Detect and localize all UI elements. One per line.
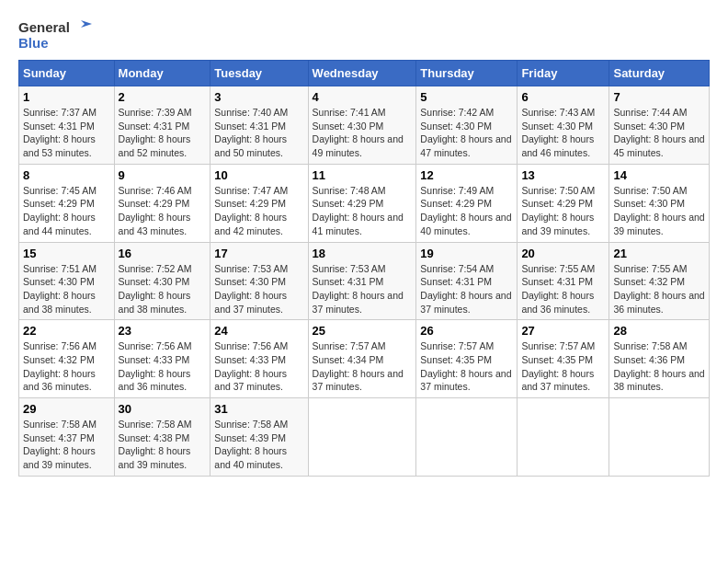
col-header-wednesday: Wednesday xyxy=(308,61,416,86)
day-number: 20 xyxy=(521,247,605,260)
calendar-cell: 8 Sunrise: 7:45 AM Sunset: 4:29 PM Dayli… xyxy=(19,164,115,242)
day-info: Sunrise: 7:53 AM Sunset: 4:30 PM Dayligh… xyxy=(214,262,303,316)
day-info: Sunrise: 7:58 AM Sunset: 4:36 PM Dayligh… xyxy=(613,339,705,394)
day-info: Sunrise: 7:45 AM Sunset: 4:29 PM Dayligh… xyxy=(23,184,110,238)
calendar-cell: 10 Sunrise: 7:47 AM Sunset: 4:29 PM Dayl… xyxy=(210,164,308,242)
calendar-cell: 21 Sunrise: 7:55 AM Sunset: 4:32 PM Dayl… xyxy=(609,242,710,320)
calendar-cell: 29 Sunrise: 7:58 AM Sunset: 4:37 PM Dayl… xyxy=(19,398,115,477)
day-number: 21 xyxy=(613,247,705,260)
col-header-monday: Monday xyxy=(114,61,210,86)
day-info: Sunrise: 7:55 AM Sunset: 4:32 PM Dayligh… xyxy=(613,262,705,316)
day-info: Sunrise: 7:55 AM Sunset: 4:31 PM Dayligh… xyxy=(521,262,605,316)
day-number: 2 xyxy=(119,90,207,104)
day-number: 14 xyxy=(613,168,705,182)
calendar-cell: 25 Sunrise: 7:57 AM Sunset: 4:34 PM Dayl… xyxy=(308,320,416,398)
day-number: 16 xyxy=(119,247,207,260)
day-number: 17 xyxy=(214,247,303,260)
day-info: Sunrise: 7:51 AM Sunset: 4:30 PM Dayligh… xyxy=(23,262,110,316)
day-info: Sunrise: 7:56 AM Sunset: 4:33 PM Dayligh… xyxy=(214,339,303,394)
calendar-cell xyxy=(308,398,416,477)
calendar-week-3: 15 Sunrise: 7:51 AM Sunset: 4:30 PM Dayl… xyxy=(19,242,710,320)
day-number: 30 xyxy=(119,402,207,416)
day-number: 22 xyxy=(23,324,110,338)
col-header-sunday: Sunday xyxy=(19,61,115,86)
calendar-cell: 9 Sunrise: 7:46 AM Sunset: 4:29 PM Dayli… xyxy=(114,164,210,242)
page-header: General Blue xyxy=(18,18,710,51)
calendar-week-2: 8 Sunrise: 7:45 AM Sunset: 4:29 PM Dayli… xyxy=(19,164,710,242)
day-info: Sunrise: 7:56 AM Sunset: 4:32 PM Dayligh… xyxy=(23,339,110,394)
day-info: Sunrise: 7:58 AM Sunset: 4:39 PM Dayligh… xyxy=(214,418,303,472)
day-number: 27 xyxy=(521,324,605,338)
calendar-cell: 20 Sunrise: 7:55 AM Sunset: 4:31 PM Dayl… xyxy=(518,242,609,320)
day-info: Sunrise: 7:44 AM Sunset: 4:30 PM Dayligh… xyxy=(613,106,705,160)
col-header-saturday: Saturday xyxy=(609,61,710,86)
calendar-cell: 3 Sunrise: 7:40 AM Sunset: 4:31 PM Dayli… xyxy=(210,86,308,165)
calendar-cell: 26 Sunrise: 7:57 AM Sunset: 4:35 PM Dayl… xyxy=(416,320,518,398)
day-number: 6 xyxy=(521,90,605,104)
day-info: Sunrise: 7:57 AM Sunset: 4:35 PM Dayligh… xyxy=(420,339,513,394)
day-number: 26 xyxy=(420,324,513,338)
calendar-cell: 17 Sunrise: 7:53 AM Sunset: 4:30 PM Dayl… xyxy=(210,242,308,320)
day-number: 25 xyxy=(313,324,413,338)
day-number: 7 xyxy=(613,90,705,104)
calendar-week-5: 29 Sunrise: 7:58 AM Sunset: 4:37 PM Dayl… xyxy=(19,398,710,477)
calendar-cell: 18 Sunrise: 7:53 AM Sunset: 4:31 PM Dayl… xyxy=(308,242,416,320)
day-info: Sunrise: 7:57 AM Sunset: 4:34 PM Dayligh… xyxy=(313,339,413,394)
calendar-cell: 16 Sunrise: 7:52 AM Sunset: 4:30 PM Dayl… xyxy=(114,242,210,320)
day-info: Sunrise: 7:58 AM Sunset: 4:37 PM Dayligh… xyxy=(23,418,110,472)
day-info: Sunrise: 7:57 AM Sunset: 4:35 PM Dayligh… xyxy=(521,339,605,394)
logo: General Blue xyxy=(18,18,92,51)
calendar-cell: 15 Sunrise: 7:51 AM Sunset: 4:30 PM Dayl… xyxy=(19,242,115,320)
calendar-cell: 28 Sunrise: 7:58 AM Sunset: 4:36 PM Dayl… xyxy=(609,320,710,398)
day-info: Sunrise: 7:48 AM Sunset: 4:29 PM Dayligh… xyxy=(313,184,413,238)
day-number: 9 xyxy=(119,168,207,182)
calendar-cell: 5 Sunrise: 7:42 AM Sunset: 4:30 PM Dayli… xyxy=(416,86,518,165)
day-number: 3 xyxy=(214,90,303,104)
calendar-cell xyxy=(416,398,518,477)
day-info: Sunrise: 7:58 AM Sunset: 4:38 PM Dayligh… xyxy=(119,418,207,472)
svg-marker-0 xyxy=(81,20,92,28)
day-info: Sunrise: 7:49 AM Sunset: 4:29 PM Dayligh… xyxy=(420,184,513,238)
day-number: 4 xyxy=(313,90,413,104)
day-info: Sunrise: 7:56 AM Sunset: 4:33 PM Dayligh… xyxy=(119,339,207,394)
day-info: Sunrise: 7:50 AM Sunset: 4:30 PM Dayligh… xyxy=(613,184,705,238)
day-number: 12 xyxy=(420,168,513,182)
day-info: Sunrise: 7:54 AM Sunset: 4:31 PM Dayligh… xyxy=(420,262,513,316)
day-info: Sunrise: 7:40 AM Sunset: 4:31 PM Dayligh… xyxy=(214,106,303,160)
logo-blue: Blue xyxy=(18,35,49,51)
calendar-cell: 23 Sunrise: 7:56 AM Sunset: 4:33 PM Dayl… xyxy=(114,320,210,398)
calendar-cell: 11 Sunrise: 7:48 AM Sunset: 4:29 PM Dayl… xyxy=(308,164,416,242)
col-header-friday: Friday xyxy=(518,61,609,86)
calendar-cell xyxy=(609,398,710,477)
calendar-cell: 13 Sunrise: 7:50 AM Sunset: 4:29 PM Dayl… xyxy=(518,164,609,242)
day-info: Sunrise: 7:46 AM Sunset: 4:29 PM Dayligh… xyxy=(119,184,207,238)
calendar-cell: 14 Sunrise: 7:50 AM Sunset: 4:30 PM Dayl… xyxy=(609,164,710,242)
day-info: Sunrise: 7:47 AM Sunset: 4:29 PM Dayligh… xyxy=(214,184,303,238)
calendar-cell: 12 Sunrise: 7:49 AM Sunset: 4:29 PM Dayl… xyxy=(416,164,518,242)
col-header-thursday: Thursday xyxy=(416,61,518,86)
day-info: Sunrise: 7:42 AM Sunset: 4:30 PM Dayligh… xyxy=(420,106,513,160)
day-number: 15 xyxy=(23,247,110,260)
day-info: Sunrise: 7:41 AM Sunset: 4:30 PM Dayligh… xyxy=(313,106,413,160)
col-header-tuesday: Tuesday xyxy=(210,61,308,86)
calendar-cell: 1 Sunrise: 7:37 AM Sunset: 4:31 PM Dayli… xyxy=(19,86,115,165)
logo-general: General xyxy=(18,19,70,35)
calendar-cell: 7 Sunrise: 7:44 AM Sunset: 4:30 PM Dayli… xyxy=(609,86,710,165)
calendar-cell: 22 Sunrise: 7:56 AM Sunset: 4:32 PM Dayl… xyxy=(19,320,115,398)
logo-bird-icon xyxy=(72,18,92,35)
day-number: 23 xyxy=(119,324,207,338)
day-info: Sunrise: 7:37 AM Sunset: 4:31 PM Dayligh… xyxy=(23,106,110,160)
calendar-cell xyxy=(518,398,609,477)
day-number: 18 xyxy=(313,247,413,260)
day-info: Sunrise: 7:39 AM Sunset: 4:31 PM Dayligh… xyxy=(119,106,207,160)
day-info: Sunrise: 7:53 AM Sunset: 4:31 PM Dayligh… xyxy=(313,262,413,316)
day-number: 24 xyxy=(214,324,303,338)
day-info: Sunrise: 7:50 AM Sunset: 4:29 PM Dayligh… xyxy=(521,184,605,238)
calendar-week-4: 22 Sunrise: 7:56 AM Sunset: 4:32 PM Dayl… xyxy=(19,320,710,398)
day-number: 11 xyxy=(313,168,413,182)
day-number: 19 xyxy=(420,247,513,260)
day-number: 8 xyxy=(23,168,110,182)
calendar-cell: 24 Sunrise: 7:56 AM Sunset: 4:33 PM Dayl… xyxy=(210,320,308,398)
calendar-week-1: 1 Sunrise: 7:37 AM Sunset: 4:31 PM Dayli… xyxy=(19,86,710,165)
day-number: 10 xyxy=(214,168,303,182)
